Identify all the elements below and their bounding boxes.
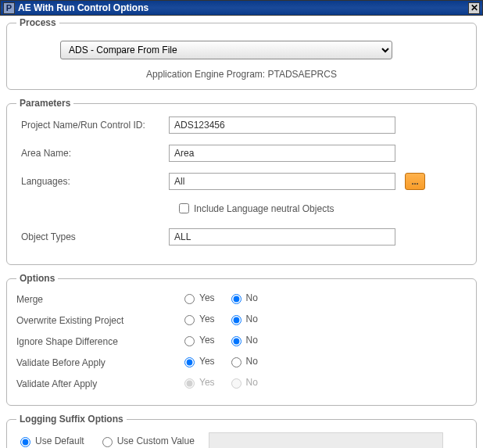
logging-group: Logging Suffix Options Use Default Use C… xyxy=(6,414,477,448)
process-group: Process ADS - Compare From File Applicat… xyxy=(6,17,477,90)
project-input[interactable] xyxy=(169,116,395,134)
option-yes-radio[interactable] xyxy=(184,357,195,367)
close-icon[interactable]: ✕ xyxy=(468,2,480,14)
option-no-text: No xyxy=(246,377,258,388)
option-yes-radio[interactable] xyxy=(184,315,195,325)
logging-default-option[interactable]: Use Default xyxy=(16,435,84,447)
option-yes-label-wrap[interactable]: Yes xyxy=(181,334,215,346)
include-neutral-checkbox[interactable] xyxy=(179,203,189,213)
area-input[interactable] xyxy=(169,145,395,162)
parameters-group: Parameters Project Name/Run Control ID: … xyxy=(6,98,477,265)
logging-custom-option[interactable]: Use Custom Value xyxy=(98,435,195,447)
languages-input[interactable] xyxy=(169,173,395,190)
logging-custom-label: Use Custom Value xyxy=(117,435,195,446)
option-label: Overwrite Existing Project xyxy=(16,315,181,326)
area-label: Area Name: xyxy=(16,148,169,159)
program-line: Application Engine Program: PTADSAEPRCS xyxy=(16,69,467,80)
option-label: Validate Before Apply xyxy=(16,357,181,368)
option-yes-label-wrap[interactable]: Yes xyxy=(181,313,215,325)
title-text: AE With Run Control Options xyxy=(18,2,148,13)
option-no-label-wrap[interactable]: No xyxy=(227,334,258,346)
option-yes-text: Yes xyxy=(199,335,215,346)
option-yes-radio xyxy=(184,378,195,389)
option-yes-text: Yes xyxy=(199,314,215,324)
option-no-label-wrap[interactable]: No xyxy=(227,313,258,325)
option-yes-radio[interactable] xyxy=(184,294,195,304)
option-no-radio xyxy=(231,378,242,389)
option-label: Ignore Shape Difference xyxy=(16,336,181,347)
option-yes-radio[interactable] xyxy=(184,336,195,346)
option-no-text: No xyxy=(246,356,258,367)
parameters-legend: Parameters xyxy=(16,98,73,109)
logging-default-radio[interactable] xyxy=(20,437,30,447)
object-types-label: Object Types xyxy=(16,231,169,242)
object-types-input[interactable] xyxy=(169,228,395,246)
option-no-radio[interactable] xyxy=(231,357,242,367)
option-no-radio[interactable] xyxy=(231,336,242,346)
process-select[interactable]: ADS - Compare From File xyxy=(60,41,392,59)
languages-browse-button[interactable]: ... xyxy=(405,173,425,190)
option-yes-text: Yes xyxy=(199,356,215,367)
project-label: Project Name/Run Control ID: xyxy=(16,120,169,131)
option-yes-label-wrap: Yes xyxy=(181,376,215,389)
option-no-label-wrap[interactable]: No xyxy=(227,355,258,367)
logging-default-label: Use Default xyxy=(35,435,84,446)
process-legend: Process xyxy=(16,17,59,28)
logging-custom-input xyxy=(209,432,443,448)
option-no-label-wrap: No xyxy=(227,376,258,389)
option-no-radio[interactable] xyxy=(231,315,242,325)
include-neutral-label: Include Language neutral Objects xyxy=(194,203,334,214)
option-no-label-wrap[interactable]: No xyxy=(227,292,258,304)
option-no-text: No xyxy=(246,335,258,346)
option-no-text: No xyxy=(246,314,258,324)
title-bar: P AE With Run Control Options ✕ xyxy=(0,0,483,16)
option-label: Validate After Apply xyxy=(16,378,181,389)
option-no-text: No xyxy=(246,292,258,303)
option-no-radio[interactable] xyxy=(231,294,242,304)
option-yes-text: Yes xyxy=(199,377,215,388)
option-yes-text: Yes xyxy=(199,292,215,303)
app-icon: P xyxy=(3,2,15,14)
option-label: Merge xyxy=(16,294,181,305)
options-legend: Options xyxy=(16,273,58,284)
languages-label: Languages: xyxy=(16,176,169,187)
option-yes-label-wrap[interactable]: Yes xyxy=(181,292,215,304)
logging-legend: Logging Suffix Options xyxy=(16,414,127,425)
logging-custom-radio[interactable] xyxy=(102,437,113,447)
option-yes-label-wrap[interactable]: Yes xyxy=(181,355,215,367)
options-group: Options MergeYesNoOverwrite Existing Pro… xyxy=(6,273,477,406)
